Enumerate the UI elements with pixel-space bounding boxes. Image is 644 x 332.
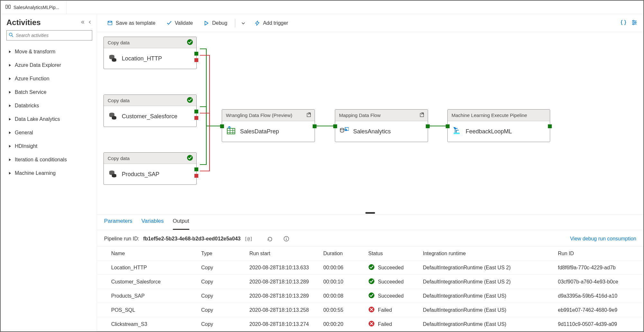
wrangle-icon [227,126,236,137]
add-trigger-button[interactable]: Add trigger [250,17,292,29]
tab-bar: SalesAnalyticsMLPip... [1,1,643,14]
activities-sidebar: Activities Move & transformAzure Data Ex… [1,14,97,331]
search-icon [9,32,14,39]
sidebar-category[interactable]: Databricks [6,99,92,112]
database-icon [108,53,117,64]
success-icon [368,278,375,286]
chevron-right-icon [8,103,12,109]
toolbar: Save as template Validate Debug Add trig… [97,14,643,32]
close-icon[interactable] [62,4,63,11]
error-icon [368,320,375,328]
table-row[interactable]: Clickstream_S3Copy2020-08-28T18:10:13.27… [97,317,643,331]
database-icon [108,169,117,180]
category-label: Iteration & conditionals [15,157,67,163]
error-icon [368,306,375,314]
save-template-button[interactable]: Save as template [103,17,160,29]
category-label: Batch Service [15,89,47,95]
debug-dropdown-icon[interactable] [238,21,248,26]
pipeline-canvas[interactable]: Copy data Location_HTTP Copy data Custom… [97,32,643,214]
validate-button[interactable]: Validate [162,17,198,29]
category-label: Data Lake Analytics [15,116,60,122]
success-icon [368,292,375,300]
category-label: Move & transform [15,49,55,55]
chevron-right-icon [8,116,12,122]
chevron-right-icon [8,89,12,95]
activity-node-customer-salesforce[interactable]: Copy data Customer_Salesforce [103,94,197,127]
pipeline-icon [5,4,11,11]
tab-title: SalesAnalyticsMLPip... [13,5,59,10]
chevron-right-icon [8,130,12,136]
success-icon [187,39,193,46]
category-label: HDInsight [15,143,37,149]
activity-node-feedbackloopml[interactable]: Machine Learning Execute Pipeline Feedba… [447,109,550,142]
sidebar-category[interactable]: Move & transform [6,45,92,58]
sidebar-category[interactable]: Azure Data Explorer [6,58,92,72]
collapse-sidebar-icon[interactable] [88,20,92,25]
tab-output[interactable]: Output [173,218,189,230]
success-icon [187,155,193,162]
refresh-icon[interactable] [267,236,273,242]
chevron-right-icon [8,143,12,149]
toolbar-divider [235,19,235,27]
category-label: General [15,130,33,136]
table-row[interactable]: Location_HTTPCopy2020-08-28T18:10:13.633… [97,261,643,275]
info-icon[interactable] [283,236,289,242]
table-row[interactable]: Products_SAPCopy2020-08-28T18:10:13.2890… [97,289,643,303]
debug-button[interactable]: Debug [199,17,232,29]
sidebar-title: Activities [6,18,41,27]
sidebar-category[interactable]: Data Lake Analytics [6,112,92,126]
activity-node-location-http[interactable]: Copy data Location_HTTP [103,37,197,69]
sidebar-category[interactable]: HDInsight [6,139,92,153]
chevron-right-icon [8,76,12,82]
table-row[interactable]: Customer_SalesforceCopy2020-08-28T18:10:… [97,275,643,289]
category-label: Azure Data Explorer [15,62,61,68]
table-header: Name Type Run start Duration Status Inte… [97,247,643,261]
sidebar-category[interactable]: General [6,126,92,139]
table-row[interactable]: POS_SQLCopy2020-08-28T18:10:13.25800:00:… [97,303,643,317]
run-id-label: Pipeline run ID: [104,236,139,242]
external-link-icon[interactable] [306,112,311,119]
ml-icon [452,126,461,137]
external-link-icon[interactable] [419,112,425,119]
activity-node-products-sap[interactable]: Copy data Products_SAP [103,152,197,185]
tab-pipeline[interactable]: SalesAnalyticsMLPip... [1,1,67,14]
collapse-categories-icon[interactable] [81,20,85,25]
tab-variables[interactable]: Variables [141,218,164,230]
chevron-right-icon [8,170,12,176]
success-icon [187,97,193,104]
chevron-right-icon [8,157,12,163]
panel-resize-handle[interactable] [365,212,375,214]
database-icon [108,111,117,122]
code-view-icon[interactable] [620,19,627,27]
run-id-value: fb1ef5e2-5b23-4e68-b2d3-eed012e5a043 [143,236,240,242]
copy-run-id-icon[interactable]: [@] [245,236,253,241]
sidebar-category[interactable]: Batch Service [6,85,92,99]
settings-icon[interactable] [631,19,638,27]
sidebar-category[interactable]: Iteration & conditionals [6,153,92,166]
sidebar-category[interactable]: Azure Function [6,72,92,85]
success-icon [368,264,375,272]
search-input[interactable] [6,30,92,40]
chevron-right-icon [8,62,12,68]
category-label: Azure Function [15,76,49,82]
output-panel: Parameters Variables Output Pipeline run… [97,214,643,331]
category-label: Databricks [15,103,39,109]
tab-parameters[interactable]: Parameters [104,218,132,230]
activity-node-salesdataprep[interactable]: Wrangling Data Flow (Preview) SalesDataP… [222,109,315,142]
activity-node-salesanalytics[interactable]: Mapping Data Flow SalesAnalytics [335,109,428,142]
view-consumption-link[interactable]: View debug run consumption [570,236,636,242]
sidebar-category[interactable]: Machine Learning [6,166,92,180]
chevron-right-icon [8,49,12,55]
category-label: Machine Learning [15,170,56,176]
dataflow-icon [340,126,349,137]
